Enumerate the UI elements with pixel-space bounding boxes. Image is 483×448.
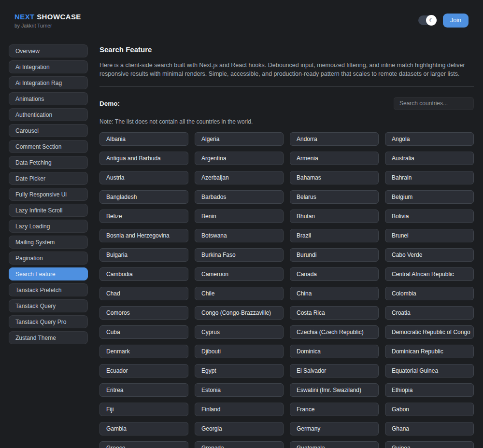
country-button[interactable]: Comoros bbox=[99, 306, 188, 320]
country-button[interactable]: Brunei bbox=[385, 229, 474, 242]
country-button[interactable]: Bhutan bbox=[290, 210, 379, 223]
country-button[interactable]: Cameroon bbox=[195, 267, 284, 281]
sidebar: Overview Ai Integration Ai Integration R… bbox=[0, 38, 88, 347]
country-button[interactable]: Barbados bbox=[195, 190, 284, 204]
country-button[interactable]: Canada bbox=[290, 267, 379, 281]
sidebar-item[interactable]: Tanstack Query bbox=[9, 299, 88, 312]
country-button[interactable]: Croatia bbox=[385, 306, 474, 320]
country-button[interactable]: Burkina Faso bbox=[195, 248, 284, 262]
sidebar-item[interactable]: Overview bbox=[9, 44, 88, 57]
country-button[interactable]: Cambodia bbox=[99, 267, 188, 281]
country-button[interactable]: Estonia bbox=[195, 383, 284, 397]
country-button[interactable]: Benin bbox=[195, 210, 284, 223]
country-button[interactable]: Brazil bbox=[290, 229, 379, 242]
country-button[interactable]: Guatemala bbox=[290, 441, 379, 448]
country-button[interactable]: Armenia bbox=[290, 152, 379, 165]
country-button[interactable]: Angola bbox=[385, 132, 474, 146]
country-grid: Albania Algeria Andorra Angola Antigua a… bbox=[99, 132, 474, 448]
country-label: Gabon bbox=[392, 406, 409, 413]
country-button[interactable]: Georgia bbox=[195, 422, 284, 435]
sidebar-item[interactable]: Tanstack Prefetch bbox=[9, 283, 88, 296]
country-button[interactable]: Germany bbox=[290, 422, 379, 435]
country-button[interactable]: Central African Republic bbox=[385, 267, 474, 281]
country-button[interactable]: Cuba bbox=[99, 325, 188, 339]
country-button[interactable]: Bahamas bbox=[290, 171, 379, 184]
search-input[interactable] bbox=[394, 97, 474, 110]
sidebar-item[interactable]: Pagination bbox=[9, 252, 88, 265]
country-button[interactable]: Algeria bbox=[195, 132, 284, 146]
country-button[interactable]: Antigua and Barbuda bbox=[99, 152, 188, 165]
country-button[interactable]: Colombia bbox=[385, 287, 474, 300]
country-button[interactable]: Gambia bbox=[99, 422, 188, 435]
join-button[interactable]: Join bbox=[443, 14, 469, 28]
sidebar-item[interactable]: Comment Section bbox=[9, 140, 88, 153]
country-button[interactable]: Costa Rica bbox=[290, 306, 379, 320]
sidebar-item[interactable]: Mailing System bbox=[9, 236, 88, 249]
sidebar-item[interactable]: Zustand Theme bbox=[9, 331, 88, 344]
country-button[interactable]: Grenada bbox=[195, 441, 284, 448]
country-button[interactable]: El Salvador bbox=[290, 364, 379, 378]
country-button[interactable]: Cabo Verde bbox=[385, 248, 474, 262]
country-label: Belarus bbox=[297, 194, 316, 200]
country-button[interactable]: Bulgaria bbox=[99, 248, 188, 262]
country-button[interactable]: Eritrea bbox=[99, 383, 188, 397]
sidebar-item[interactable]: Data Fetching bbox=[9, 156, 88, 169]
sidebar-item[interactable]: Ai Integration Rag bbox=[9, 76, 88, 89]
country-button[interactable]: Bahrain bbox=[385, 171, 474, 184]
country-button[interactable]: Egypt bbox=[195, 364, 284, 378]
country-button[interactable]: Greece bbox=[99, 441, 188, 448]
country-button[interactable]: Eswatini (fmr. Swaziland) bbox=[290, 383, 379, 397]
sidebar-item[interactable]: Fully Responsive Ui bbox=[9, 188, 88, 201]
country-button[interactable]: Ecuador bbox=[99, 364, 188, 378]
sidebar-item-label: Search Feature bbox=[15, 271, 56, 278]
sidebar-item[interactable]: Lazy Infinite Scroll bbox=[9, 204, 88, 217]
country-button[interactable]: Bolivia bbox=[385, 210, 474, 223]
sidebar-item[interactable]: Ai Integration bbox=[9, 60, 88, 73]
sidebar-item[interactable]: Date Picker bbox=[9, 172, 88, 185]
country-button[interactable]: Belize bbox=[99, 210, 188, 223]
country-button[interactable]: Burundi bbox=[290, 248, 379, 262]
country-button[interactable]: Argentina bbox=[195, 152, 284, 165]
country-button[interactable]: Gabon bbox=[385, 403, 474, 416]
country-button[interactable]: Chad bbox=[99, 287, 188, 300]
country-button[interactable]: Equatorial Guinea bbox=[385, 364, 474, 378]
country-button[interactable]: Ethiopia bbox=[385, 383, 474, 397]
country-button[interactable]: Belgium bbox=[385, 190, 474, 204]
country-button[interactable]: Democratic Republic of Congo bbox=[385, 325, 474, 339]
country-button[interactable]: Fiji bbox=[99, 403, 188, 416]
sidebar-item[interactable]: Animations bbox=[9, 92, 88, 105]
country-button[interactable]: Azerbaijan bbox=[195, 171, 284, 184]
country-button[interactable]: Guinea bbox=[385, 441, 474, 448]
country-button[interactable]: Ghana bbox=[385, 422, 474, 435]
sidebar-item[interactable]: Authentication bbox=[9, 108, 88, 121]
sidebar-item[interactable]: Search Feature bbox=[9, 267, 88, 280]
country-button[interactable]: Chile bbox=[195, 287, 284, 300]
country-button[interactable]: Djibouti bbox=[195, 345, 284, 358]
country-button[interactable]: Belarus bbox=[290, 190, 379, 204]
country-button[interactable]: Congo (Congo-Brazzaville) bbox=[195, 306, 284, 320]
country-button[interactable]: Australia bbox=[385, 152, 474, 165]
country-button[interactable]: Andorra bbox=[290, 132, 379, 146]
sidebar-item-label: Zustand Theme bbox=[15, 335, 56, 341]
country-label: Brazil bbox=[297, 232, 311, 239]
country-button[interactable]: Botswana bbox=[195, 229, 284, 242]
country-button[interactable]: Cyprus bbox=[195, 325, 284, 339]
sidebar-item[interactable]: Lazy Loading bbox=[9, 220, 88, 233]
theme-toggle[interactable]: ☾ bbox=[418, 15, 436, 25]
sidebar-item[interactable]: Carousel bbox=[9, 124, 88, 137]
country-label: Botswana bbox=[201, 232, 227, 239]
country-button[interactable]: Denmark bbox=[99, 345, 188, 358]
country-button[interactable]: Dominican Republic bbox=[385, 345, 474, 358]
country-button[interactable]: Albania bbox=[99, 132, 188, 146]
country-button[interactable]: Czechia (Czech Republic) bbox=[290, 325, 379, 339]
country-button[interactable]: Austria bbox=[99, 171, 188, 184]
country-button[interactable]: China bbox=[290, 287, 379, 300]
country-label: Costa Rica bbox=[297, 309, 325, 316]
country-button[interactable]: Finland bbox=[195, 403, 284, 416]
country-label: Cyprus bbox=[201, 329, 220, 336]
country-button[interactable]: France bbox=[290, 403, 379, 416]
sidebar-item[interactable]: Tanstack Query Pro bbox=[9, 315, 88, 328]
country-button[interactable]: Dominica bbox=[290, 345, 379, 358]
country-button[interactable]: Bosnia and Herzegovina bbox=[99, 229, 188, 242]
country-button[interactable]: Bangladesh bbox=[99, 190, 188, 204]
